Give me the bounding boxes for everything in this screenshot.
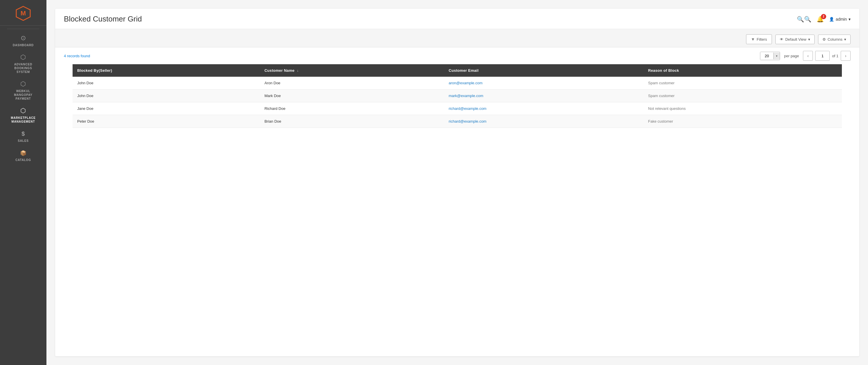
cell-blocked-by: Jane Doe [72,102,260,115]
user-label: admin [836,17,847,22]
user-menu-button[interactable]: 👤 admin ▾ [829,17,850,22]
app-layout: M DASHBOARD ADVANCED BOOKINGS SYSTEM WEB… [0,0,868,365]
records-count: 4 records found [64,54,90,58]
per-page-input[interactable] [760,52,773,60]
sidebar-item-marketplace-management[interactable]: MARKETPLACE MANAGEMENT [0,104,46,127]
content-wrapper: Blocked Customer Grid 🔍 🔔 2 👤 admin ▾ [55,9,859,356]
cell-customer-email: richard@example.com [444,115,643,128]
col-blocked-by: Blocked By(Seller) [72,64,260,77]
search-button[interactable]: 🔍 [797,16,811,23]
main-content: Blocked Customer Grid 🔍 🔔 2 👤 admin ▾ [46,0,868,365]
sidebar-item-label: MARKETPLACE MANAGEMENT [11,116,35,123]
cell-customer-name: Richard Doe [260,102,444,115]
cell-reason-of-block: Fake customer [644,115,842,128]
sidebar-item-catalog[interactable]: CATALOG [0,146,46,165]
page-header: Blocked Customer Grid 🔍 🔔 2 👤 admin ▾ [55,9,859,29]
pagination-row: 4 records found ▾ per page ‹ of 1 › [55,47,859,64]
blocked-customer-table: Blocked By(Seller) Customer Name ↓ Custo… [72,64,842,128]
sidebar: M DASHBOARD ADVANCED BOOKINGS SYSTEM WEB… [0,0,46,365]
cell-customer-email: mark@example.com [444,89,643,102]
table-row: Jane Doe Richard Doe richard@example.com… [72,102,842,115]
search-icon: 🔍 [797,16,811,22]
per-page-label: per page [784,54,799,58]
sort-icon: ↓ [297,68,299,73]
cell-customer-name: Aron Doe [260,77,444,89]
notification-badge: 2 [821,14,826,19]
sidebar-item-label: ADVANCED BOOKINGS SYSTEM [14,62,32,74]
table-body: John Doe Aron Doe aron@example.com Spam … [72,77,842,128]
sidebar-item-dashboard[interactable]: DASHBOARD [0,31,46,50]
default-view-caret-icon: ▾ [808,37,810,41]
filters-button[interactable]: ▼ Filters [746,34,772,44]
page-of-label: of 1 [832,54,838,58]
cell-blocked-by: John Doe [72,89,260,102]
sidebar-item-webkul-mangopay[interactable]: WEBKUL MANGOPAY PAYMENT [0,77,46,104]
sales-icon [22,130,25,137]
cell-reason-of-block: Spam customer [644,89,842,102]
columns-label: Columns [828,37,842,41]
columns-button[interactable]: ⚙ Columns ▾ [818,35,850,44]
columns-caret-icon: ▾ [844,37,846,41]
default-view-label: Default View [785,37,806,41]
prev-page-button[interactable]: ‹ [803,51,813,61]
per-page-arrow[interactable]: ▾ [773,53,780,59]
default-view-button[interactable]: 👁 Default View ▾ [775,35,814,44]
cell-reason-of-block: Not relevant questions [644,102,842,115]
next-page-button[interactable]: › [841,51,850,61]
sidebar-item-label: DASHBOARD [13,43,34,47]
sidebar-item-advanced-bookings[interactable]: ADVANCED BOOKINGS SYSTEM [0,50,46,77]
table-header: Blocked By(Seller) Customer Name ↓ Custo… [72,64,842,77]
user-icon: 👤 [829,17,834,22]
cell-customer-name: Brian Doe [260,115,444,128]
filter-icon: ▼ [751,37,755,41]
sidebar-item-label: CATALOG [16,158,31,162]
toolbar-area: ▼ Filters 👁 Default View ▾ ⚙ Columns ▾ [55,29,859,47]
sidebar-item-label: WEBKUL MANGOPAY PAYMENT [14,89,32,101]
cell-blocked-by: Peter Doe [72,115,260,128]
eye-icon: 👁 [780,37,783,41]
toolbar-row: ▼ Filters 👁 Default View ▾ ⚙ Columns ▾ [64,34,850,44]
bookings-icon [20,54,26,61]
cell-reason-of-block: Spam customer [644,77,842,89]
page-number-input[interactable] [815,51,830,61]
payment-icon [20,80,26,88]
cell-blocked-by: John Doe [72,77,260,89]
sidebar-divider [7,29,39,29]
cell-customer-email: aron@example.com [444,77,643,89]
table-row: Peter Doe Brian Doe richard@example.com … [72,115,842,128]
sidebar-item-label: SALES [18,139,28,143]
col-customer-name[interactable]: Customer Name ↓ [260,64,444,77]
header-actions: 🔍 🔔 2 👤 admin ▾ [797,16,850,23]
table-row: John Doe Aron Doe aron@example.com Spam … [72,77,842,89]
dropdown-icon: ▾ [848,17,850,22]
marketplace-icon [20,107,26,114]
svg-text:M: M [21,9,26,17]
pagination-controls: ▾ per page ‹ of 1 › [760,51,850,61]
cell-customer-name: Mark Doe [260,89,444,102]
dashboard-icon [21,34,26,42]
filters-label: Filters [757,37,767,41]
sidebar-item-sales[interactable]: SALES [0,127,46,146]
cell-customer-email: richard@example.com [444,102,643,115]
per-page-select: ▾ [760,52,780,60]
col-reason-of-block: Reason of Block [644,64,842,77]
table-wrapper: Blocked By(Seller) Customer Name ↓ Custo… [55,64,859,137]
notification-button[interactable]: 🔔 2 [817,16,824,23]
catalog-icon [20,149,27,157]
table-row: John Doe Mark Doe mark@example.com Spam … [72,89,842,102]
col-customer-email: Customer Email [444,64,643,77]
gear-icon: ⚙ [823,37,826,41]
sidebar-logo: M [0,0,46,26]
page-title: Blocked Customer Grid [64,15,142,24]
magento-logo-icon: M [16,6,31,21]
